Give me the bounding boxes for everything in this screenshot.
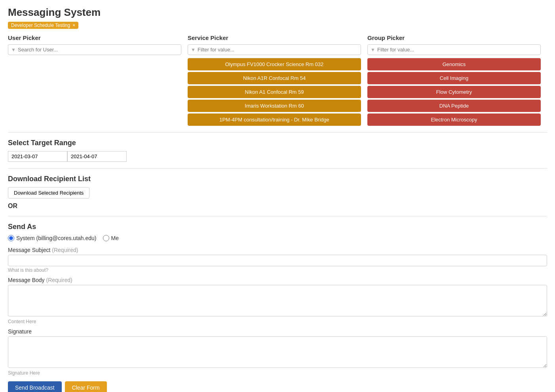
group-picker-col: Group Picker ▼ GenomicsCell ImagingFlow … xyxy=(367,34,547,126)
download-heading: Download Recipient List xyxy=(8,175,547,183)
group-filter-wrap: ▼ xyxy=(367,44,541,55)
message-subject-section: Message Subject (Required) What is this … xyxy=(8,247,547,273)
divider-3 xyxy=(8,216,547,216)
close-tag-icon[interactable]: × xyxy=(72,23,75,28)
tag-label: Developer Schedule Testing xyxy=(11,23,70,28)
service-picker-col: Service Picker ▼ Olympus FV1000 Crocker … xyxy=(188,34,367,126)
or-label: OR xyxy=(8,203,547,210)
pickers-row: User Picker ▼ Service Picker ▼ Olympus F… xyxy=(8,34,547,126)
tag-badge: Developer Schedule Testing × xyxy=(8,22,78,29)
message-subject-hint: What is this about? xyxy=(8,267,547,273)
target-range-heading: Select Target Range xyxy=(8,139,547,147)
download-section: Download Recipient List Download Selecte… xyxy=(8,175,547,199)
divider-2 xyxy=(8,168,547,169)
group-picker-item[interactable]: Electron Microscopy xyxy=(367,114,541,126)
service-picker-heading: Service Picker xyxy=(188,34,361,41)
message-body-section: Message Body (Required) Content Here xyxy=(8,277,547,324)
group-picker-item[interactable]: Flow Cytometry xyxy=(367,86,541,98)
user-picker-col: User Picker ▼ xyxy=(8,34,188,126)
message-subject-input[interactable] xyxy=(8,255,547,266)
service-picker-item[interactable]: 1PM-4PM consultation/training - Dr. Mike… xyxy=(188,114,361,126)
message-subject-label: Message Subject (Required) xyxy=(8,247,547,253)
service-filter-icon: ▼ xyxy=(191,47,196,53)
send-as-system-radio[interactable] xyxy=(8,235,14,241)
service-picker-list: Olympus FV1000 Crocker Science Rm 032Nik… xyxy=(188,58,361,126)
send-as-me-option[interactable]: Me xyxy=(103,235,119,241)
service-picker-item[interactable]: Imaris Workstation Rm 60 xyxy=(188,100,361,112)
group-picker-item[interactable]: DNA Peptide xyxy=(367,100,541,112)
user-picker-heading: User Picker xyxy=(8,34,181,41)
user-filter-icon: ▼ xyxy=(11,47,16,53)
signature-input[interactable] xyxy=(8,336,547,368)
group-filter-input[interactable] xyxy=(367,44,541,55)
page-title: Messaging System xyxy=(8,6,547,19)
signature-hint: Signature Here xyxy=(8,370,547,376)
signature-section: Signature Signature Here xyxy=(8,328,547,376)
message-body-required: (Required) xyxy=(46,277,72,283)
start-date-input[interactable] xyxy=(8,151,67,162)
send-as-row: System (billing@cores.utah.edu) Me xyxy=(8,235,547,241)
send-broadcast-button[interactable]: Send Broadcast xyxy=(8,381,62,392)
service-filter-wrap: ▼ xyxy=(188,44,361,55)
service-filter-input[interactable] xyxy=(188,44,361,55)
message-body-hint: Content Here xyxy=(8,319,547,324)
send-as-me-radio[interactable] xyxy=(103,235,109,241)
clear-form-button[interactable]: Clear Form xyxy=(65,381,107,392)
divider-1 xyxy=(8,132,547,133)
send-as-section: Send As System (billing@cores.utah.edu) … xyxy=(8,223,547,241)
actions-row: Send Broadcast Clear Form xyxy=(8,381,547,392)
service-picker-item[interactable]: Nikon A1 Confocal Rm 59 xyxy=(188,86,361,98)
group-picker-list: GenomicsCell ImagingFlow CytometryDNA Pe… xyxy=(367,58,541,126)
message-subject-required: (Required) xyxy=(52,247,78,253)
group-picker-item[interactable]: Genomics xyxy=(367,58,541,70)
end-date-input[interactable] xyxy=(67,151,127,162)
message-body-input[interactable] xyxy=(8,285,547,316)
target-range-section: Select Target Range xyxy=(8,139,547,162)
user-search-wrap: ▼ xyxy=(8,44,181,55)
group-picker-item[interactable]: Cell Imaging xyxy=(367,72,541,84)
download-recipients-button[interactable]: Download Selected Recipients xyxy=(8,187,89,199)
service-picker-item[interactable]: Nikon A1R Confocal Rm 54 xyxy=(188,72,361,84)
group-filter-icon: ▼ xyxy=(371,47,375,53)
send-as-system-label: System (billing@cores.utah.edu) xyxy=(16,235,97,241)
signature-label: Signature xyxy=(8,328,547,335)
send-as-me-label: Me xyxy=(111,235,119,241)
send-as-heading: Send As xyxy=(8,223,547,231)
date-range-row xyxy=(8,151,547,162)
service-picker-item[interactable]: Olympus FV1000 Crocker Science Rm 032 xyxy=(188,58,361,70)
send-as-system-option[interactable]: System (billing@cores.utah.edu) xyxy=(8,235,97,241)
message-body-label: Message Body (Required) xyxy=(8,277,547,283)
group-picker-heading: Group Picker xyxy=(367,34,541,41)
user-search-input[interactable] xyxy=(8,44,181,55)
